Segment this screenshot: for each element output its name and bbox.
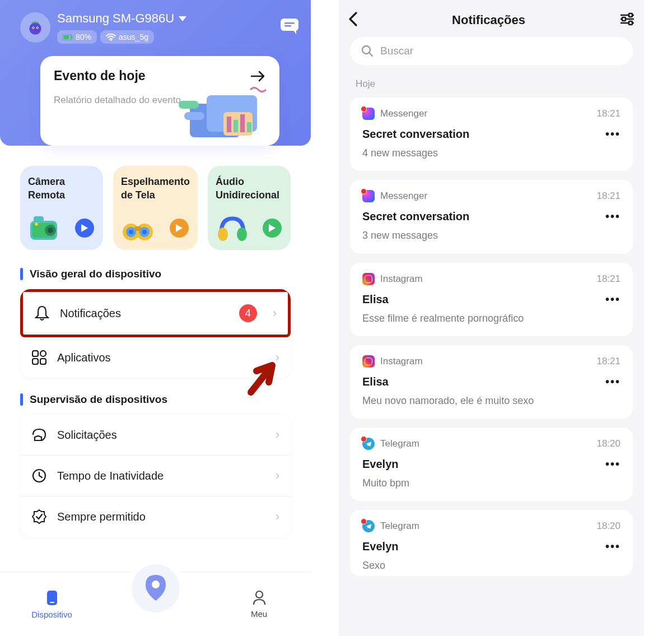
chevron-right-icon: › [276,428,279,442]
notification-item[interactable]: Telegram18:20 Evelyn••• Sexo [350,510,633,575]
person-icon [252,590,267,606]
notifications-screen: Notificações Buscar Hoje Messenger18:21 … [339,0,644,636]
supervision-list: Solicitações › Tempo de Inatividade › Se… [20,415,291,537]
bell-icon [34,305,50,321]
svg-rect-41 [32,351,38,356]
go-button [170,219,189,238]
telegram-icon [362,438,375,450]
svg-rect-51 [622,17,626,21]
screen-mirroring-card[interactable]: Espelhamento de Tela [113,166,198,250]
chevron-left-icon [348,11,358,27]
badge-check-icon [31,509,47,524]
event-illustration [162,84,274,146]
headphones-icon [216,213,249,242]
svg-rect-50 [629,13,632,17]
chevron-right-icon: › [273,306,277,321]
location-fab[interactable] [132,564,180,612]
notification-item[interactable]: Instagram18:21 Elisa••• Meu novo namorad… [350,345,633,419]
svg-rect-43 [32,359,38,364]
more-button[interactable]: ••• [605,375,620,388]
svg-rect-22 [184,112,204,120]
downtime-row[interactable]: Tempo de Inatividade › [20,456,291,496]
svg-rect-44 [40,359,46,364]
svg-rect-36 [134,226,141,231]
search-icon [361,45,374,57]
row-label: Solicitações [57,429,117,442]
notification-item[interactable]: Telegram18:20 Evelyn••• Muito bpm [350,428,633,501]
header: Samsung SM-G986U 80% asus_5g [0,0,311,146]
battery-icon [63,34,73,40]
svg-rect-12 [284,22,295,24]
svg-rect-21 [179,101,199,109]
camera-icon [28,213,62,242]
chevron-right-icon: › [276,468,279,483]
svg-point-0 [29,23,41,35]
go-button [75,219,94,238]
row-label: Notificações [60,307,121,320]
notification-item[interactable]: Messenger18:21 Secret conversation••• 3 … [350,180,633,253]
svg-point-3 [32,27,34,28]
battery-badge: 80% [57,30,97,44]
svg-point-4 [37,27,38,28]
svg-marker-5 [179,16,186,21]
tab-bar: Dispositivo Meu [0,572,311,636]
phone-icon [45,589,59,606]
messenger-icon [362,108,375,120]
dashboard-screen: Samsung SM-G986U 80% asus_5g [0,0,311,636]
remote-camera-card[interactable]: Câmera Remota [20,166,103,250]
more-button[interactable]: ••• [605,293,620,306]
svg-rect-46 [47,591,57,605]
tab-me[interactable]: Meu [207,590,311,619]
svg-rect-7 [64,35,69,39]
telegram-icon [362,520,375,532]
right-header: Notificações [339,0,644,37]
messenger-icon [362,190,375,202]
notification-list: Messenger18:21 Secret conversation••• 4 … [350,98,633,576]
more-button[interactable]: ••• [605,540,620,553]
svg-rect-10 [281,18,298,31]
binoculars-icon [121,213,155,242]
svg-point-48 [256,591,263,598]
avatar[interactable] [20,12,50,43]
tab-device[interactable]: Dispositivo [0,589,104,619]
section-today: Hoje [356,78,627,90]
svg-rect-17 [227,117,231,132]
chevron-right-icon: › [276,509,279,524]
notification-item[interactable]: Messenger18:21 Secret conversation••• 4 … [350,98,633,171]
svg-rect-42 [40,351,46,356]
more-button[interactable]: ••• [605,210,620,223]
notifications-row[interactable]: Notificações 4 › [20,289,291,337]
event-card[interactable]: Evento de hoje Relatório detalhado do ev… [40,56,279,146]
always-allowed-row[interactable]: Sempre permitido › [20,496,291,537]
svg-rect-47 [50,602,54,603]
search-input[interactable]: Buscar [350,37,633,65]
row-label: Aplicativos [57,351,111,364]
instagram-icon [362,355,375,368]
svg-marker-37 [176,224,183,232]
one-way-audio-card[interactable]: Áudio Unidirecional [208,166,291,250]
apps-icon [31,350,47,365]
filter-button[interactable] [619,12,635,28]
message-icon [279,17,300,35]
notification-item[interactable]: Instagram18:21 Elisa••• Esse filme é rea… [350,263,633,336]
go-button [263,219,282,238]
svg-point-26 [48,228,53,233]
card-label: Áudio Unidirecional [216,176,279,201]
svg-rect-13 [284,25,291,27]
page-title: Notificações [452,13,525,27]
more-button[interactable]: ••• [605,128,620,141]
more-button[interactable]: ••• [605,458,620,471]
svg-rect-18 [234,120,238,132]
card-label: Câmera Remota [28,176,65,201]
requests-row[interactable]: Solicitações › [20,415,291,456]
device-selector[interactable]: Samsung SM-G986U [57,11,186,26]
svg-point-35 [142,230,147,234]
messages-button[interactable] [279,17,300,38]
card-label: Espelhamento de Tela [121,176,190,201]
chevron-down-icon [179,16,186,21]
wifi-icon [106,34,116,41]
back-button[interactable] [348,11,358,29]
svg-rect-27 [34,216,44,222]
svg-rect-20 [247,122,251,132]
quick-actions: Câmera Remota Espelhamento de Tela Áudio… [20,166,291,250]
